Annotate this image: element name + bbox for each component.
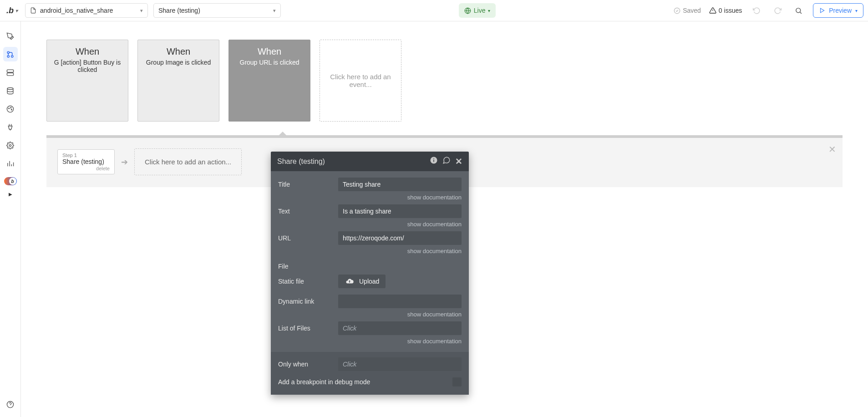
field-label-title: Title (278, 181, 333, 188)
issues-button[interactable]: 0 issues (709, 7, 742, 14)
svg-rect-26 (433, 158, 434, 159)
issues-label: 0 issues (719, 7, 742, 14)
svg-point-1 (674, 8, 680, 14)
events-row: When G [action] Button Buy is clicked Wh… (46, 40, 843, 122)
nav-settings[interactable] (3, 138, 18, 153)
doc-link[interactable]: show documentation (278, 338, 462, 345)
svg-rect-25 (433, 160, 434, 162)
file-icon (30, 7, 36, 14)
field-label-only-when: Only when (278, 361, 333, 368)
workflow-selector[interactable]: Share (testing) ▾ (153, 3, 281, 18)
property-editor: Share (testing) ✕ Title show documentati… (271, 152, 469, 395)
nav-plugins[interactable] (3, 120, 18, 134)
field-input-list-files[interactable] (338, 321, 462, 335)
preview-button[interactable]: Preview ▾ (813, 3, 863, 18)
redo-icon (774, 7, 782, 15)
field-label-url: URL (278, 234, 333, 242)
event-card[interactable]: When Group Image is clicked (137, 40, 219, 122)
chevron-down-icon: ▾ (15, 8, 18, 13)
svg-line-3 (800, 12, 802, 13)
server-icon (6, 69, 14, 76)
close-actions-button[interactable]: ✕ (828, 144, 836, 155)
preview-label: Preview (829, 7, 852, 14)
search-button[interactable] (792, 4, 805, 17)
doc-link[interactable]: show documentation (278, 248, 462, 254)
logo-b-icon: .b (6, 6, 14, 15)
upload-button[interactable]: Upload (338, 275, 386, 288)
svg-point-16 (11, 109, 12, 110)
svg-point-5 (7, 51, 9, 53)
left-sidebar: ▶ (0, 21, 21, 417)
event-when: When (51, 46, 123, 57)
workflow-icon (6, 51, 14, 58)
nav-workflow[interactable] (3, 47, 18, 61)
step-title: Share (testing) (62, 158, 110, 165)
svg-point-2 (796, 8, 801, 12)
info-icon[interactable] (430, 156, 438, 167)
nav-styles[interactable] (3, 102, 18, 116)
field-input-dynamic-link[interactable] (338, 295, 462, 308)
palette-icon (6, 105, 14, 113)
svg-point-12 (7, 87, 13, 89)
nav-logs[interactable] (3, 156, 18, 171)
nav-data[interactable] (3, 65, 18, 80)
event-when: When (142, 46, 214, 57)
step-delete[interactable]: delete (62, 166, 110, 171)
close-icon[interactable]: ✕ (455, 156, 462, 167)
chevron-down-icon: ▾ (855, 8, 858, 13)
save-status: Saved (674, 7, 701, 14)
arrow-right-icon: ➔ (121, 157, 128, 167)
field-label-text: Text (278, 208, 333, 215)
page-selector[interactable]: android_ios_native_share ▾ (25, 3, 148, 18)
undo-button[interactable] (750, 4, 763, 17)
svg-marker-4 (821, 8, 824, 12)
gear-icon (6, 142, 14, 149)
event-card[interactable]: When G [action] Button Buy is clicked (46, 40, 128, 122)
field-label-breakpoint: Add a breakpoint in debug mode (278, 378, 447, 386)
warning-icon (709, 7, 716, 14)
logo-menu[interactable]: .b ▾ (5, 6, 20, 15)
pencil-icon (6, 32, 14, 40)
add-event-card[interactable]: Click here to add an event... (320, 40, 401, 122)
svg-rect-8 (7, 70, 13, 72)
svg-point-15 (10, 107, 11, 108)
field-input-only-when[interactable] (338, 357, 462, 371)
live-status[interactable]: Live ▾ (459, 3, 496, 18)
event-desc: Group URL is clicked (233, 59, 305, 66)
play-icon (819, 7, 825, 14)
svg-point-17 (9, 144, 11, 146)
field-input-title[interactable] (338, 178, 462, 191)
property-editor-title: Share (testing) (277, 158, 325, 166)
undo-icon (753, 7, 761, 15)
help-icon (6, 401, 14, 408)
chart-icon (6, 160, 14, 168)
nav-design[interactable] (3, 29, 18, 43)
doc-link[interactable]: show documentation (278, 311, 462, 318)
field-input-text[interactable] (338, 204, 462, 218)
property-editor-header[interactable]: Share (testing) ✕ (271, 152, 469, 171)
nav-toggle[interactable] (4, 177, 17, 185)
workflow-name: Share (testing) (158, 7, 200, 14)
add-action-card[interactable]: Click here to add an action... (134, 148, 242, 175)
event-desc: G [action] Button Buy is clicked (51, 59, 123, 73)
nav-help[interactable] (3, 397, 18, 412)
plug-icon (6, 123, 14, 131)
saved-label: Saved (683, 7, 701, 14)
doc-link[interactable]: show documentation (278, 221, 462, 228)
redo-button[interactable] (771, 4, 784, 17)
step-card[interactable]: Step 1 Share (testing) delete (57, 149, 115, 174)
field-label-dynamic-link: Dynamic link (278, 298, 333, 305)
expand-sidebar[interactable]: ▶ (9, 192, 12, 197)
doc-link[interactable]: show documentation (278, 194, 462, 201)
step-label: Step 1 (62, 153, 110, 158)
chevron-down-icon: ▾ (488, 8, 490, 13)
event-when: When (233, 46, 305, 57)
field-input-url[interactable] (338, 231, 462, 245)
globe-icon (464, 7, 471, 14)
breakpoint-checkbox[interactable] (452, 377, 462, 386)
svg-point-7 (7, 55, 9, 57)
page-name: android_ios_native_share (40, 7, 113, 14)
nav-database[interactable] (3, 83, 18, 98)
event-card-selected[interactable]: When Group URL is clicked (228, 40, 310, 122)
comment-icon[interactable] (442, 156, 451, 167)
